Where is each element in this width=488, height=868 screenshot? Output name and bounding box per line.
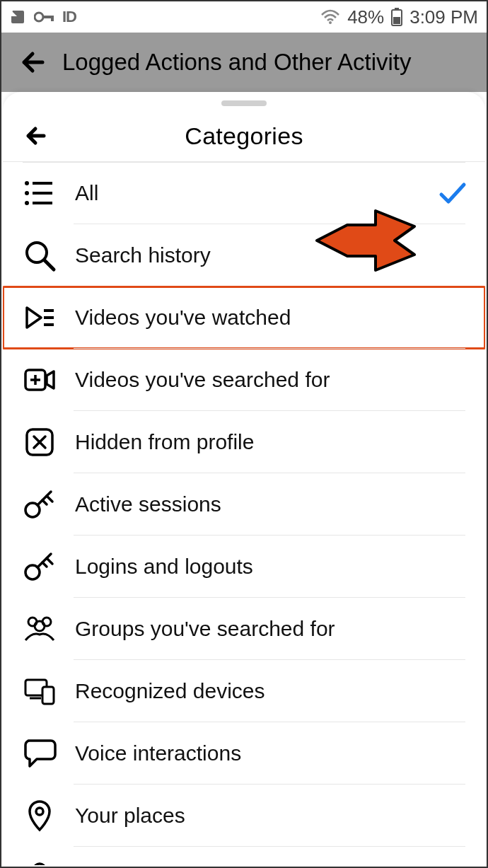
search-icon	[23, 238, 57, 272]
svg-point-3	[329, 21, 332, 24]
category-label: Videos you've watched	[75, 306, 291, 330]
underlying-header: Logged Actions and Other Activity	[1, 33, 487, 92]
sheet-title: Categories	[185, 122, 303, 150]
key-icon	[23, 487, 57, 521]
svg-rect-2	[51, 16, 54, 21]
category-label: Logins and logouts	[75, 555, 253, 579]
category-label: Search history	[75, 243, 211, 267]
category-row-your-places[interactable]: Your places	[3, 785, 485, 847]
category-row-voice-interactions[interactable]: Voice interactions	[3, 722, 485, 785]
svg-point-0	[35, 13, 43, 21]
drag-handle[interactable]	[221, 100, 267, 106]
category-label: Hidden from profile	[75, 430, 254, 454]
category-label: All	[75, 181, 98, 205]
check-icon	[437, 179, 465, 207]
chat-icon	[23, 736, 57, 770]
category-row-videos-you-ve-watched[interactable]: Videos you've watched	[3, 287, 485, 349]
category-label: Videos you've searched for	[75, 368, 330, 392]
category-row-products-you-wanted[interactable]: Products you wanted	[3, 847, 485, 865]
devices-icon	[23, 674, 57, 708]
category-row-search-history[interactable]: Search history	[3, 224, 485, 287]
pin-icon	[23, 799, 57, 833]
category-label: Active sessions	[75, 492, 221, 516]
battery-percent: 48%	[347, 6, 384, 28]
svg-rect-6	[393, 17, 400, 24]
category-row-active-sessions[interactable]: Active sessions	[3, 473, 485, 536]
category-label: Your places	[75, 804, 185, 828]
category-label: Groups you've searched for	[75, 617, 335, 641]
sheet-header: Categories	[3, 110, 485, 161]
list-icon	[23, 176, 57, 210]
back-arrow-icon[interactable]	[18, 47, 48, 77]
category-row-hidden-from-profile[interactable]: Hidden from profile	[3, 411, 485, 473]
category-label: Recognized devices	[75, 679, 265, 703]
group-icon	[23, 612, 57, 646]
status-bar: ID 48% 3:09 PM	[1, 1, 487, 33]
vpn-key-icon	[34, 11, 55, 23]
sd-card-icon	[10, 9, 27, 25]
battery-icon	[391, 8, 402, 26]
sheet-back-button[interactable]	[23, 122, 50, 149]
status-right: 48% 3:09 PM	[320, 6, 478, 28]
category-row-groups-you-ve-searched-for[interactable]: Groups you've searched for	[3, 598, 485, 660]
key-icon	[23, 550, 57, 584]
video-list-icon	[23, 301, 57, 335]
id-icon: ID	[62, 8, 76, 26]
video-add-icon	[23, 363, 57, 397]
category-label: Voice interactions	[75, 741, 241, 765]
clock-time: 3:09 PM	[409, 6, 478, 28]
category-row-all[interactable]: All	[3, 161, 485, 224]
category-row-videos-you-ve-searched-for[interactable]: Videos you've searched for	[3, 349, 485, 411]
category-list: AllSearch historyVideos you've watchedVi…	[3, 161, 485, 865]
status-left: ID	[10, 8, 76, 26]
x-box-icon	[23, 425, 57, 459]
page-title: Logged Actions and Other Activity	[62, 49, 411, 76]
categories-sheet: Categories AllSearch historyVideos you'v…	[3, 92, 485, 865]
category-row-logins-and-logouts[interactable]: Logins and logouts	[3, 536, 485, 598]
category-row-recognized-devices[interactable]: Recognized devices	[3, 660, 485, 722]
bag-icon	[23, 861, 57, 865]
wifi-icon	[320, 9, 340, 25]
